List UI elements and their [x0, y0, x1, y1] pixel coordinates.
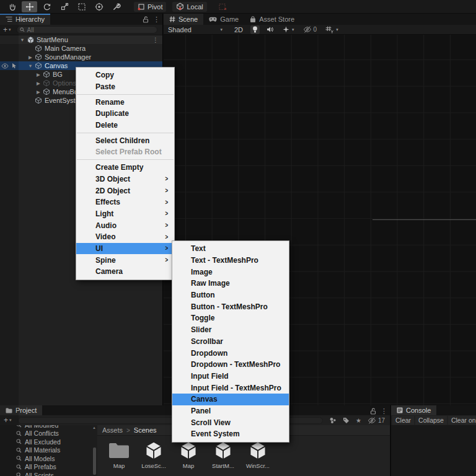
context-menu-item[interactable]: Video > — [76, 231, 174, 243]
expand-arrow-icon[interactable]: ▶ — [35, 89, 42, 95]
scrollbar-thumb[interactable] — [93, 447, 96, 475]
submenu-item[interactable]: Scrollbar — [172, 336, 289, 348]
custom-tool-wrench-icon[interactable] — [108, 1, 124, 12]
submenu-item[interactable]: Slider — [172, 324, 289, 336]
collapse-arrow-icon[interactable]: ▼ — [19, 37, 26, 43]
expand-arrow-icon[interactable]: ▶ — [35, 81, 42, 86]
local-toggle-button[interactable]: Local — [172, 2, 206, 12]
submenu-item[interactable]: Dropdown - TextMeshPro — [172, 359, 289, 371]
create-asset-button[interactable]: + — [4, 416, 8, 424]
hand-tool-icon[interactable] — [4, 1, 20, 12]
collapse-arrow-icon[interactable]: ▼ — [27, 63, 34, 69]
grid-visibility-dropdown[interactable]: ▾ — [324, 25, 340, 34]
submenu-item[interactable]: Input Field - TextMeshPro — [172, 382, 289, 394]
submenu-item[interactable]: Raw Image — [172, 278, 289, 289]
asset-item[interactable]: LoseSc... — [141, 439, 167, 469]
rect-tool-icon[interactable] — [74, 1, 89, 12]
favorite-search-item[interactable]: All Models — [0, 454, 92, 463]
context-menu-item[interactable]: Rename — [76, 96, 174, 108]
scale-tool-icon[interactable] — [56, 1, 72, 12]
scene-audio-button[interactable] — [265, 25, 276, 34]
hierarchy-search-input[interactable]: All — [16, 26, 157, 33]
hierarchy-row[interactable]: Main Camera — [0, 44, 162, 53]
row-kebab-menu-icon[interactable]: ⋮ — [152, 37, 159, 43]
expand-arrow-icon[interactable]: ▶ — [27, 55, 34, 60]
submenu-item[interactable]: Button - TextMeshPro — [172, 301, 289, 312]
favorite-search-item[interactable]: All Materials — [0, 446, 92, 455]
create-dropdown-arrow-icon[interactable]: ▾ — [9, 27, 11, 32]
console-button[interactable]: Collapse — [415, 416, 447, 425]
context-menu-item[interactable]: Select Children — [76, 134, 174, 146]
submenu-item[interactable]: Button — [172, 289, 289, 301]
tab-project[interactable]: Project — [0, 405, 42, 415]
tab-hierarchy[interactable]: Hierarchy — [0, 14, 50, 25]
favorite-search-item[interactable]: All Scripts — [0, 471, 92, 476]
context-menu-item[interactable]: Light > — [76, 208, 174, 220]
search-by-label-tag-icon[interactable] — [343, 417, 350, 424]
submenu-item[interactable]: Dropdown — [172, 347, 289, 359]
asset-item[interactable]: WinScr... — [245, 439, 271, 469]
lock-icon[interactable] — [370, 408, 376, 415]
hidden-objects-counter[interactable]: 0 — [301, 25, 319, 34]
favorite-search-item[interactable]: All Conflicts — [0, 430, 92, 438]
context-menu-item[interactable]: Camera — [76, 266, 174, 278]
scene-visibility-eye-icon[interactable] — [1, 63, 9, 69]
draw-mode-dropdown[interactable]: Shaded ▾ — [166, 26, 224, 33]
scene-pickability-icon[interactable] — [11, 63, 17, 69]
console-button[interactable]: Clear — [392, 416, 414, 425]
context-menu-item[interactable]: 3D Object > — [76, 174, 174, 185]
submenu-item[interactable]: Text — [172, 243, 289, 255]
submenu-item[interactable]: Input Field — [172, 371, 289, 382]
hierarchy-row[interactable]: ▼ StartMenu ⋮ — [0, 35, 162, 44]
asset-item[interactable]: StartM... — [210, 439, 236, 469]
context-menu-item[interactable]: Create Empty — [76, 162, 174, 174]
submenu-item[interactable]: Canvas — [172, 394, 289, 405]
context-menu-item[interactable]: Effects > — [76, 196, 174, 208]
scene-lighting-button[interactable] — [250, 25, 260, 34]
lock-icon[interactable] — [143, 16, 149, 23]
project-hidden-counter[interactable]: 17 — [368, 417, 385, 424]
create-object-button[interactable]: + — [3, 26, 7, 33]
toggle-2d-button[interactable]: 2D — [232, 26, 245, 33]
scroll-up-arrow-icon[interactable]: ▲ — [92, 426, 96, 430]
context-menu-item[interactable]: 2D Object > — [76, 185, 174, 196]
submenu-item[interactable]: Panel — [172, 405, 289, 417]
console-button[interactable]: Clear on Play — [448, 416, 476, 425]
view-tab[interactable]: Asset Store — [244, 14, 300, 25]
breadcrumb-root[interactable]: Assets — [102, 426, 123, 434]
context-menu-item[interactable]: Duplicate — [76, 108, 174, 120]
asset-item[interactable]: Map — [175, 439, 201, 469]
context-menu-item[interactable]: Paste — [76, 81, 174, 93]
view-tab[interactable]: Scene — [164, 14, 203, 25]
submenu-item[interactable]: Image — [172, 266, 289, 278]
submenu-item[interactable]: Scroll View — [172, 416, 289, 428]
view-tab[interactable]: Game — [203, 14, 244, 25]
create-asset-arrow-icon[interactable]: ▾ — [9, 418, 12, 423]
asset-item[interactable]: Map — [106, 439, 132, 469]
context-menu-item[interactable]: Spine > — [76, 254, 174, 266]
context-menu-item[interactable]: Select Prefab Root — [76, 146, 174, 158]
favorites-scrollbar[interactable]: ▲ — [92, 425, 97, 476]
transform-tool-icon[interactable] — [91, 1, 107, 12]
submenu-item[interactable]: Text - TextMeshPro — [172, 255, 289, 267]
rotate-tool-icon[interactable] — [39, 1, 55, 12]
context-menu-item[interactable]: Delete — [76, 120, 174, 131]
tab-console[interactable]: Console — [391, 405, 436, 415]
favorite-search-item[interactable]: All Prefabs — [0, 463, 92, 472]
favorite-search-item[interactable]: All Excluded — [0, 438, 92, 446]
submenu-item[interactable]: Toggle — [172, 312, 289, 324]
search-by-type-icon[interactable] — [329, 417, 337, 424]
favorites-star-icon[interactable]: ★ — [356, 417, 361, 424]
context-menu-item[interactable]: UI > — [76, 243, 174, 255]
submenu-item[interactable]: Event System — [172, 428, 289, 440]
grid-snap-button[interactable] — [214, 2, 231, 12]
scene-effects-dropdown[interactable]: ▾ — [281, 25, 296, 34]
context-menu-item[interactable]: Copy — [76, 69, 174, 81]
hierarchy-row[interactable]: ▶ SoundManager — [0, 53, 162, 61]
breadcrumb-current[interactable]: Scenes — [134, 426, 157, 434]
move-tool-icon[interactable] — [22, 1, 37, 12]
expand-arrow-icon[interactable]: ▶ — [35, 72, 42, 77]
pivot-toggle-button[interactable]: Pivot — [134, 2, 166, 12]
context-menu-item[interactable]: Audio > — [76, 219, 174, 231]
hierarchy-kebab-menu-icon[interactable]: ⋮ — [153, 15, 160, 24]
